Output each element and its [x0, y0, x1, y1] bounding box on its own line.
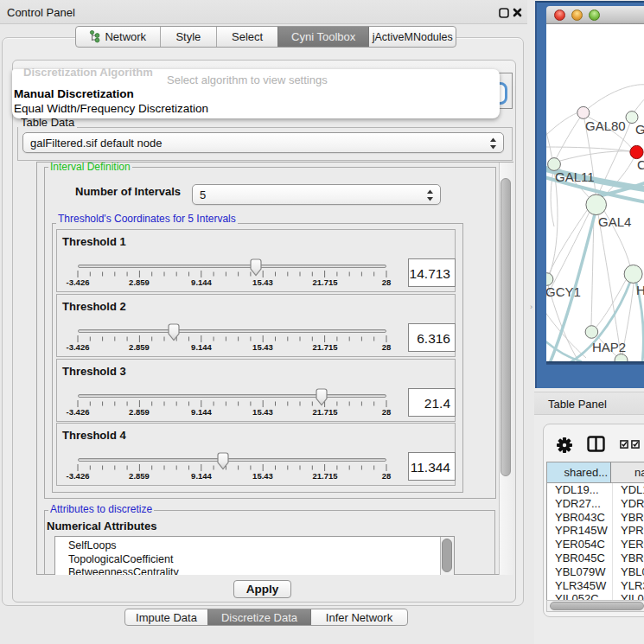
svg-text:H: H [636, 283, 644, 297]
svg-text:HAP2: HAP2 [592, 340, 626, 354]
svg-text:C: C [637, 157, 644, 172]
svg-text:GAL4: GAL4 [598, 214, 631, 229]
svg-text:GAL11: GAL11 [555, 169, 595, 184]
svg-text:GA: GA [635, 122, 644, 137]
svg-text:GAL80: GAL80 [585, 118, 626, 133]
svg-text:GCY1: GCY1 [546, 284, 581, 299]
